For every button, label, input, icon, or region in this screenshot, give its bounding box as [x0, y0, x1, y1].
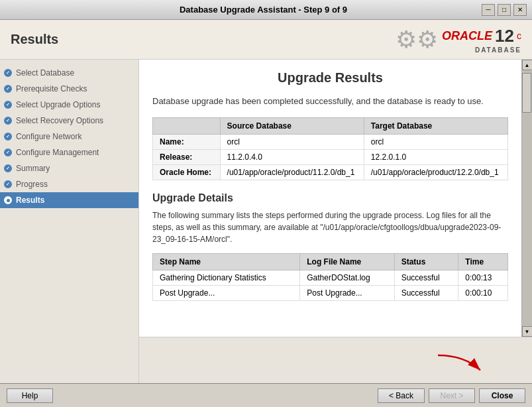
db-comparison-table: Source Database Target Database Name: or… [152, 117, 508, 180]
db-release-source: 11.2.0.4.0 [220, 149, 364, 164]
oracle-db-label: DATABASE [475, 46, 521, 54]
sidebar: Select Database Prerequisite Checks Sele… [0, 60, 139, 383]
sidebar-dot-summary [4, 164, 12, 172]
gear-decoration-icon: ⚙⚙ [396, 26, 438, 54]
main-window: Results ⚙⚙ ORACLE 12c DATABASE Select Da… [0, 20, 532, 407]
page-heading: Results [11, 32, 58, 47]
sidebar-dot-configure-network [4, 133, 12, 141]
table-row: Name: orcl orcl [153, 134, 508, 149]
sidebar-dot-results [4, 196, 12, 204]
sidebar-dot-recovery-options [4, 117, 12, 125]
db-home-label: Oracle Home: [153, 164, 221, 180]
body: Select Database Prerequisite Checks Sele… [0, 60, 532, 383]
steps-header-log: Log File Name [300, 253, 394, 270]
db-table-header-source: Source Database [220, 117, 364, 134]
sidebar-label-configure-management: Configure Management [16, 148, 99, 157]
table-row: Gathering Dictionary Statistics GatherDO… [153, 270, 508, 285]
next-button[interactable]: Next > [429, 388, 475, 403]
db-name-label: Name: [153, 134, 221, 149]
table-row: Release: 11.2.0.4.0 12.2.0.1.0 [153, 149, 508, 164]
sidebar-label-prerequisite-checks: Prerequisite Checks [16, 84, 87, 93]
sidebar-item-upgrade-options[interactable]: Select Upgrade Options [0, 97, 138, 113]
window-title: Database Upgrade Assistant - Step 9 of 9 [45, 5, 482, 15]
step-status-1: Successful [394, 285, 458, 300]
vertical-scrollbar[interactable]: ▲ ▼ [521, 60, 532, 337]
sidebar-item-configure-management[interactable]: Configure Management [0, 145, 138, 160]
step-log-1: Post Upgrade... [300, 285, 394, 300]
footer: Help < Back Next > Close [0, 383, 532, 407]
title-bar: Database Upgrade Assistant - Step 9 of 9… [0, 0, 532, 20]
sidebar-item-configure-network[interactable]: Configure Network [0, 129, 138, 145]
help-button[interactable]: Help [7, 388, 53, 403]
content-area: Upgrade Results Database upgrade has bee… [139, 60, 532, 383]
restore-button[interactable]: □ [498, 4, 511, 16]
arrow-indicator-icon [433, 350, 486, 377]
scroll-thumb[interactable] [522, 73, 531, 113]
minimize-button[interactable]: ─ [482, 4, 495, 16]
back-button[interactable]: < Back [378, 388, 425, 403]
table-row: Post Upgrade... Post Upgrade... Successf… [153, 285, 508, 300]
close-button[interactable]: Close [479, 388, 525, 403]
scroll-track[interactable] [522, 70, 532, 326]
oracle-logo: ORACLE 12c DATABASE [442, 26, 521, 54]
close-window-button[interactable]: ✕ [513, 4, 527, 16]
db-release-label: Release: [153, 149, 221, 164]
sidebar-label-configure-network: Configure Network [16, 132, 81, 141]
sidebar-item-progress[interactable]: Progress [0, 176, 138, 192]
sidebar-label-recovery-options: Select Recovery Options [16, 116, 103, 125]
content-scroll-area: Upgrade Results Database upgrade has bee… [139, 60, 532, 337]
upgrade-details-description: The following summary lists the steps pe… [152, 209, 508, 245]
step-name-1: Post Upgrade... [153, 285, 300, 300]
db-release-target: 12.2.0.1.0 [364, 149, 507, 164]
oracle-brand-text: ORACLE [442, 29, 492, 43]
table-row: Oracle Home: /u01/app/oracle/product/11.… [153, 164, 508, 180]
content-main: Upgrade Results Database upgrade has bee… [139, 60, 521, 337]
scroll-down-button[interactable]: ▼ [522, 326, 533, 337]
steps-header-time: Time [458, 253, 508, 270]
success-message: Database upgrade has been completed succ… [152, 95, 508, 108]
sidebar-item-results[interactable]: Results [0, 192, 138, 208]
sidebar-label-upgrade-options: Select Upgrade Options [16, 100, 100, 109]
oracle-sup-text: c [517, 30, 521, 41]
sidebar-item-select-database[interactable]: Select Database [0, 65, 138, 81]
oracle-version-text: 12 [495, 26, 514, 46]
header: Results ⚙⚙ ORACLE 12c DATABASE [0, 20, 532, 60]
db-name-source: orcl [220, 134, 364, 149]
steps-header-status: Status [394, 253, 458, 270]
nav-buttons: < Back Next > Close [378, 388, 525, 403]
scroll-up-button[interactable]: ▲ [522, 60, 533, 70]
sidebar-label-summary: Summary [16, 164, 50, 173]
step-status-0: Successful [394, 270, 458, 285]
step-time-1: 0:00:10 [458, 285, 508, 300]
db-table-header-col1 [153, 117, 221, 134]
step-log-0: GatherDOStat.log [300, 270, 394, 285]
bottom-panel [139, 337, 532, 383]
sidebar-dot-select-database [4, 69, 12, 77]
db-table-header-target: Target Database [364, 117, 507, 134]
sidebar-label-progress: Progress [16, 180, 48, 189]
db-home-target: /u01/app/oracle/product/12.2.0/db_1 [364, 164, 507, 180]
db-home-source: /u01/app/oracle/product/11.2.0/db_1 [220, 164, 364, 180]
sidebar-dot-upgrade-options [4, 101, 12, 109]
steps-table: Step Name Log File Name Status Time Gath… [152, 253, 508, 301]
step-time-0: 0:00:13 [458, 270, 508, 285]
sidebar-dot-progress [4, 180, 12, 188]
step-name-0: Gathering Dictionary Statistics [153, 270, 300, 285]
sidebar-item-summary[interactable]: Summary [0, 160, 138, 176]
sidebar-label-select-database: Select Database [16, 68, 74, 78]
sidebar-dot-prerequisite-checks [4, 85, 12, 93]
upgrade-details-heading: Upgrade Details [152, 192, 508, 204]
steps-header-name: Step Name [153, 253, 300, 270]
sidebar-item-prerequisite-checks[interactable]: Prerequisite Checks [0, 81, 138, 97]
content-title: Upgrade Results [152, 70, 508, 86]
db-name-target: orcl [364, 134, 507, 149]
sidebar-item-recovery-options[interactable]: Select Recovery Options [0, 113, 138, 129]
sidebar-dot-configure-management [4, 148, 12, 156]
window-controls: ─ □ ✕ [482, 4, 527, 16]
sidebar-label-results: Results [16, 196, 44, 205]
